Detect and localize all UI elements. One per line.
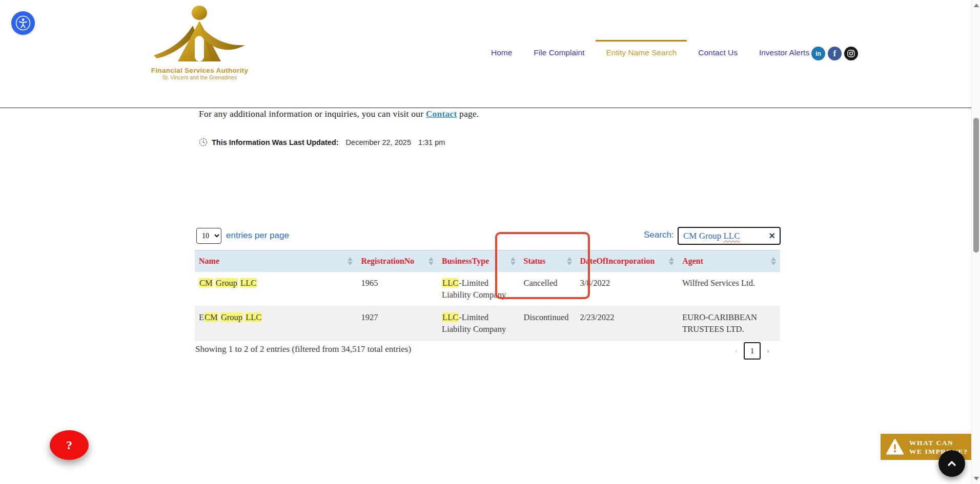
scrollbar-up-icon[interactable] xyxy=(974,4,979,7)
column-header-businesstype[interactable]: BusinessType xyxy=(438,250,519,272)
last-updated-row: This Information Was Last Updated: Decem… xyxy=(199,138,445,146)
search-value: CM Group xyxy=(683,231,723,241)
clear-search-icon[interactable]: ✕ xyxy=(769,231,775,241)
sort-icon[interactable] xyxy=(669,257,674,265)
nav-item-home[interactable]: Home xyxy=(491,48,512,57)
feedback-line1: WHAT CAN xyxy=(909,438,968,447)
search-match-highlight: CM xyxy=(199,278,213,288)
instagram-icon[interactable] xyxy=(844,47,858,60)
search-match-highlight: LLC xyxy=(240,278,257,288)
search-match-highlight: Group xyxy=(215,278,238,288)
chevron-up-icon xyxy=(945,457,958,470)
column-header-status[interactable]: Status xyxy=(520,250,576,272)
help-button[interactable]: ? xyxy=(50,430,89,460)
search-value-spellcheck: LLC xyxy=(723,231,740,241)
sort-icon[interactable] xyxy=(348,257,353,265)
inquiry-prefix: For any additional information or inquir… xyxy=(199,109,426,119)
table-cell: LLC-Limited Liability Company xyxy=(438,272,519,306)
table-cell: CM Group LLC xyxy=(195,272,357,306)
table-row: ECM Group LLC1927LLC-Limited Liability C… xyxy=(195,306,780,341)
table-cell: EURO-CARIBBEAN TRUSTEES LTD. xyxy=(678,306,780,341)
pagination-page-1[interactable]: 1 xyxy=(744,342,761,360)
inquiry-suffix: page. xyxy=(457,109,479,119)
active-tab-indicator xyxy=(596,40,687,41)
table-cell: 1927 xyxy=(357,306,438,341)
search-match-highlight: CM xyxy=(204,312,218,322)
social-links: in f xyxy=(811,47,858,60)
clock-icon xyxy=(199,138,208,146)
main-nav: Home File Complaint Entity Name Search C… xyxy=(491,48,809,57)
inquiry-text: For any additional information or inquir… xyxy=(199,109,479,119)
scrollbar[interactable] xyxy=(971,0,980,484)
page: Financial Services Authority St. Vincent… xyxy=(0,0,980,484)
scrollbar-thumb[interactable] xyxy=(973,118,979,252)
search-match-highlight: Group xyxy=(220,312,243,322)
table-cell: Wilfred Services Ltd. xyxy=(678,272,780,306)
table-cell: 3/8/2022 xyxy=(576,272,679,306)
fsa-logo[interactable]: Financial Services Authority St. Vincent… xyxy=(150,4,250,86)
column-label: DateOfIncorporation xyxy=(580,257,655,265)
linkedin-icon[interactable]: in xyxy=(811,47,825,60)
sort-icon[interactable] xyxy=(428,257,434,265)
logo-subtitle: St. Vincent and the Grenadines xyxy=(150,74,250,80)
column-label: RegistrationNo xyxy=(361,257,414,265)
table-cell: Cancelled xyxy=(520,272,576,306)
pagination-prev-icon[interactable]: ‹ xyxy=(735,347,738,355)
last-updated-time: 1:31 pm xyxy=(418,138,445,146)
table-cell: LLC-Limited Liability Company xyxy=(438,306,519,341)
column-label: Status xyxy=(524,257,546,265)
table-header: Name RegistrationNo BusinessType Status … xyxy=(195,250,780,272)
pagination: ‹ 1 › xyxy=(735,342,769,360)
search-label: Search: xyxy=(644,230,674,240)
last-updated-date: December 22, 2025 xyxy=(346,138,411,146)
column-header-dateofincorporation[interactable]: DateOfIncorporation xyxy=(576,250,679,272)
site-header: Financial Services Authority St. Vincent… xyxy=(0,0,980,108)
table-cell: ECM Group LLC xyxy=(195,306,357,341)
column-label: BusinessType xyxy=(442,257,489,265)
nav-item-file-complaint[interactable]: File Complaint xyxy=(534,48,584,57)
search-match-highlight: LLC xyxy=(442,312,459,322)
nav-item-investor-alerts[interactable]: Investor Alerts xyxy=(759,48,809,57)
table-cell: Discontinued xyxy=(520,306,576,341)
sort-icon[interactable] xyxy=(511,257,516,265)
table-cell: 1965 xyxy=(357,272,438,306)
accessibility-person-icon xyxy=(13,13,33,33)
table-body: CM Group LLC1965LLC-Limited Liability Co… xyxy=(195,272,780,341)
accessibility-icon[interactable] xyxy=(11,11,35,35)
table-cell: 2/23/2022 xyxy=(576,306,679,341)
column-header-registrationno[interactable]: RegistrationNo xyxy=(357,250,438,272)
search-match-highlight: LLC xyxy=(442,278,459,288)
search-match-highlight: LLC xyxy=(245,312,262,322)
column-label: Name xyxy=(199,257,219,265)
column-header-agent[interactable]: Agent xyxy=(678,250,780,272)
sort-icon[interactable] xyxy=(567,257,572,265)
entity-results-table: Name RegistrationNo BusinessType Status … xyxy=(195,250,780,341)
nav-item-contact-us[interactable]: Contact Us xyxy=(698,48,738,57)
facebook-icon[interactable]: f xyxy=(828,47,842,60)
page-size-select[interactable]: 10 xyxy=(196,228,221,244)
logo-title: Financial Services Authority xyxy=(150,67,250,74)
sort-icon[interactable] xyxy=(771,257,776,265)
table-row: CM Group LLC1965LLC-Limited Liability Co… xyxy=(195,272,780,306)
results-summary: Showing 1 to 2 of 2 entries (filtered fr… xyxy=(195,344,411,354)
scroll-to-top-button[interactable] xyxy=(938,450,965,477)
column-header-name[interactable]: Name xyxy=(195,250,357,272)
search-input[interactable]: CM Group LLC ✕ xyxy=(678,227,781,245)
scrollbar-down-icon[interactable] xyxy=(974,477,979,480)
contact-link[interactable]: Contact xyxy=(426,109,457,119)
pagination-next-icon[interactable]: › xyxy=(767,347,769,355)
last-updated-label: This Information Was Last Updated: xyxy=(212,138,339,146)
nav-item-entity-name-search[interactable]: Entity Name Search xyxy=(606,48,677,57)
fsa-logo-icon xyxy=(150,4,250,65)
column-label: Agent xyxy=(682,257,703,265)
warning-triangle-icon xyxy=(886,438,904,455)
nav-item-label: Entity Name Search xyxy=(606,48,677,57)
entries-per-page-label: entries per page xyxy=(226,230,289,241)
